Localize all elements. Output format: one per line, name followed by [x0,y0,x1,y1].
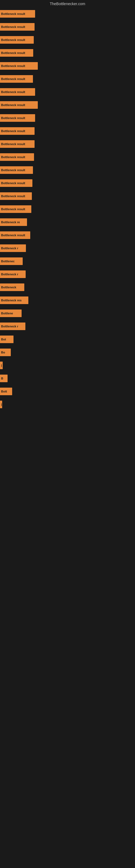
bar-label: Bottleneck result [1,234,25,237]
bar-row: Bottleneck [0,281,135,293]
bottleneck-bar: Bottleneck result [0,192,32,200]
bar-label: Bottlene [1,312,13,315]
bottleneck-bar: Bottleneck result [0,127,35,135]
bar-row: Bottleneck result [0,151,135,163]
bar-row: Bottleneck result [0,46,135,59]
bar-row: Bottleneck result [0,203,135,215]
bottleneck-bar: Bottlenec [0,257,23,265]
bar-label: Bottleneck result [1,208,25,211]
bottleneck-bar: Bottleneck result [0,205,31,213]
bar-row: Bottleneck re [0,216,135,228]
bar-label: Bottleneck result [1,182,25,185]
bottleneck-bar: Bo [0,348,11,356]
bar-row: Bottleneck result [0,229,135,241]
bottleneck-bar: Bottleneck result [0,49,33,57]
bar-label: Bot [1,338,6,341]
bottleneck-bar: Bottleneck [0,283,24,291]
bottleneck-bar: Bottleneck r [0,271,26,278]
bottleneck-bar: | [0,401,2,408]
bar-label: Bottleneck result [1,103,25,106]
bar-label: Bottleneck r [1,325,18,328]
bar-row: Bott [0,385,135,398]
bottleneck-bar: Bot [0,336,13,343]
bottleneck-bar: Bottleneck result [0,10,35,18]
bar-row: B [0,372,135,384]
bar-label: Bottleneck res [1,299,21,302]
bar-label: B [1,377,3,380]
bar-label: Bottleneck re [1,220,20,224]
bar-row: Bottleneck result [0,125,135,137]
bottleneck-bar: Bottleneck result [0,88,35,96]
bar-row: Bottleneck result [0,99,135,111]
bar-label: Bottleneck result [1,12,25,16]
bar-row: Bo [0,346,135,359]
bottleneck-bar: Bottleneck r [0,244,26,252]
bottleneck-bar: Bottleneck result [0,231,30,239]
bottleneck-bar: Bottleneck re [0,218,27,226]
bottleneck-bar: Bottleneck result [0,75,33,83]
bar-label: Bottlenec [1,259,14,263]
bottleneck-bar: B [0,375,8,382]
bar-label: Bottleneck [1,286,16,289]
bar-row: Bottleneck result [0,60,135,72]
bar-row: Bottleneck result [0,34,135,46]
bottleneck-bar: | [0,362,3,369]
bar-row: Bottleneck result [0,138,135,150]
bottleneck-bar: Bottlene [0,310,21,317]
bottleneck-bar: Bottleneck result [0,114,35,122]
bar-row: | [0,398,135,411]
bottleneck-bar: Bottleneck result [0,140,35,148]
bar-row: Bottlenec [0,255,135,268]
bar-label: Bottleneck result [1,90,25,94]
bar-row: Bottleneck result [0,177,135,189]
bar-label: Bottleneck result [1,194,25,198]
bar-label: | [1,364,2,367]
bar-row: Bottleneck result [0,112,135,124]
bar-row: | [0,359,135,372]
bottleneck-bar: Bottleneck result [0,153,34,161]
bar-label: Bottleneck result [1,64,25,67]
bar-label: Bottleneck result [1,51,25,55]
bar-label: Bottleneck result [1,116,25,120]
bar-row: Bottlene [0,307,135,319]
bar-label: Bottleneck result [1,77,25,81]
bar-row: Bottleneck result [0,190,135,203]
bar-row: Bottleneck res [0,294,135,307]
bar-label: Bottleneck result [1,38,25,41]
bar-label: Bo [1,351,5,354]
bottleneck-bar: Bottleneck result [0,23,35,31]
bar-label: Bottleneck result [1,155,25,159]
bottleneck-bar: Bottleneck result [0,101,38,109]
bar-label: Bottleneck result [1,168,25,172]
bar-label: Bott [1,390,7,393]
bottleneck-bar: Bottleneck r [0,322,26,330]
site-title: TheBottlenecker.com [0,0,135,8]
bar-label: Bottleneck r [1,273,18,276]
bottleneck-bar: Bott [0,388,12,395]
bar-label: Bottleneck result [1,143,25,146]
bottleneck-bar: Bottleneck result [0,62,38,70]
bottleneck-bar: Bottleneck result [0,179,32,187]
bar-row: Bottleneck result [0,21,135,33]
bar-row: Bottleneck r [0,320,135,333]
bar-row: Bottleneck result [0,73,135,85]
bottleneck-bar: Bottleneck result [0,166,33,174]
bottleneck-bar: Bottleneck result [0,36,34,44]
bar-row: Bottleneck r [0,242,135,254]
bar-row: Bottleneck result [0,164,135,176]
bar-label: Bottleneck result [1,25,25,29]
bar-label: Bottleneck r [1,247,18,250]
bar-row: Bottleneck result [0,86,135,98]
bottleneck-bar: Bottleneck res [0,297,28,304]
bar-label: Bottleneck result [1,129,25,133]
bar-row: Bot [0,333,135,346]
bar-row: Bottleneck result [0,8,135,20]
bar-label: | [1,403,2,406]
bar-row: Bottleneck r [0,268,135,280]
